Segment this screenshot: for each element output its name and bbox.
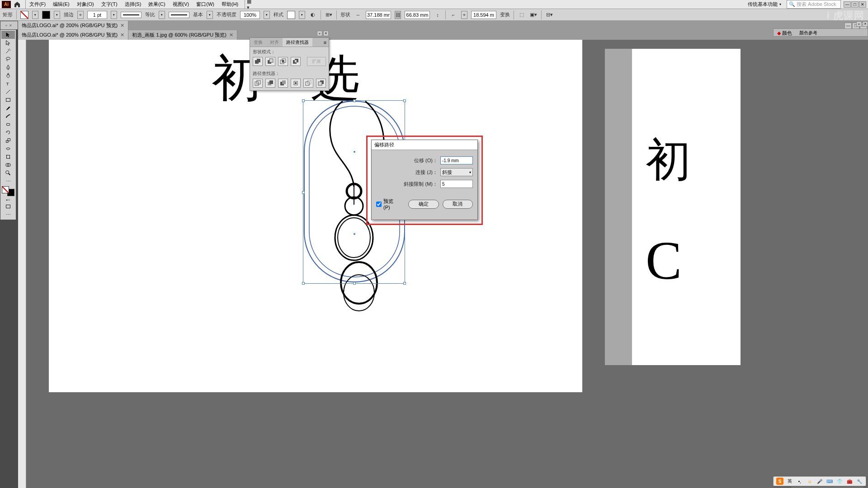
menu-edit[interactable]: 编辑(E) — [49, 0, 73, 9]
paintbrush-tool[interactable] — [1, 104, 15, 112]
fill-dropdown[interactable]: ▾ — [32, 11, 38, 19]
divide-button[interactable] — [253, 79, 263, 88]
doc-minimize-button[interactable]: — — [844, 23, 852, 29]
fill-stroke-colors[interactable] — [2, 186, 14, 196]
opacity-dropdown[interactable]: ▾ — [264, 11, 270, 19]
trim-button[interactable] — [265, 79, 275, 88]
close-icon[interactable]: ✕ — [229, 32, 233, 38]
close-icon[interactable]: ✕ — [120, 32, 124, 38]
intersect-button[interactable] — [278, 57, 288, 66]
toolbox-grip[interactable]: « ✕ — [0, 21, 18, 29]
ime-keyboard-icon[interactable]: ⌨ — [826, 478, 833, 485]
magic-wand-tool[interactable] — [1, 47, 15, 55]
miter-input[interactable] — [440, 180, 473, 188]
menu-select[interactable]: 选择(S) — [121, 0, 145, 9]
scale-tool[interactable] — [1, 136, 15, 145]
menu-file[interactable]: 文件(F) — [26, 0, 49, 9]
rotate-tool[interactable] — [1, 128, 15, 136]
tab-transform[interactable]: 变换 — [250, 38, 266, 47]
merge-button[interactable] — [278, 79, 288, 88]
menu-object[interactable]: 对象(O) — [73, 0, 98, 9]
opacity-input[interactable] — [240, 11, 260, 19]
ime-logo-icon[interactable]: S — [776, 478, 783, 485]
edit-icon[interactable]: ▣▾ — [529, 11, 538, 19]
stroke-swatch[interactable] — [42, 11, 50, 19]
ok-button[interactable]: 确定 — [408, 200, 439, 209]
stroke-profile-preview[interactable] — [121, 12, 142, 18]
align-to-icon[interactable]: ⊟▾ — [545, 11, 553, 19]
join-select[interactable]: 斜接 ▾ — [440, 168, 473, 176]
maximize-button[interactable]: □ — [851, 1, 859, 8]
rectangle-tool[interactable] — [1, 96, 15, 104]
dock-collapse-button[interactable]: « — [856, 21, 862, 27]
crop-button[interactable] — [291, 79, 301, 88]
color-guide-panel-tab[interactable]: 颜色参考 — [796, 29, 821, 36]
selection-tool[interactable] — [1, 31, 15, 39]
align-icon[interactable]: ⊞▾ — [325, 11, 333, 19]
brush-preview[interactable] — [169, 12, 189, 18]
preview-checkbox[interactable]: 预览 (P) — [376, 198, 401, 210]
panel-menu-icon[interactable]: ≡ — [321, 38, 329, 47]
ime-lang[interactable]: 英 — [786, 478, 793, 485]
height-input[interactable] — [405, 11, 430, 19]
fill-swatch[interactable] — [20, 11, 28, 19]
edit-toolbar[interactable]: ⋯ — [1, 211, 15, 219]
shape-builder-tool[interactable] — [1, 161, 15, 169]
stroke-profile-dropdown[interactable]: ▾ — [159, 11, 165, 19]
curvature-tool[interactable] — [1, 71, 15, 80]
pen-tool[interactable] — [1, 63, 15, 71]
outline-button[interactable] — [303, 79, 313, 88]
workspace-switcher[interactable]: 传统基本功能 ▾ — [745, 0, 784, 9]
fill-color[interactable] — [2, 186, 9, 193]
link-wh-icon[interactable]: ⛓ — [395, 11, 401, 19]
document-tab-2b[interactable]: 初选_画板 1.jpg @ 600% (RGB/GPU 预览) ✕ — [128, 30, 237, 40]
document-tab-2a[interactable]: 饰品店LOGO.ai* @ 200% (RGB/GPU 预览) ✕ — [18, 30, 128, 40]
direct-selection-tool[interactable] — [1, 39, 15, 47]
ime-emoji-icon[interactable]: ☺ — [806, 478, 813, 485]
ime-toolbox-icon[interactable]: 🧰 — [846, 478, 853, 485]
exclude-button[interactable] — [291, 57, 301, 66]
close-icon[interactable]: ✕ — [120, 23, 124, 28]
dock-close-button[interactable]: ✕ — [863, 21, 868, 27]
menu-help[interactable]: 帮助(H) — [218, 0, 242, 9]
style-dropdown[interactable]: ▾ — [299, 11, 305, 19]
preview-checkbox-input[interactable] — [376, 202, 382, 207]
type-tool[interactable]: T — [1, 80, 15, 88]
ime-skin-icon[interactable]: 👕 — [836, 478, 843, 485]
width-input[interactable] — [366, 11, 391, 19]
ime-settings-icon[interactable]: 🔧 — [856, 478, 863, 485]
color-panel-tab[interactable]: ◆ 颜色 — [774, 29, 796, 36]
line-tool[interactable] — [1, 88, 15, 96]
color-mode-row[interactable]: ▪▫▫ — [1, 197, 15, 202]
lasso-tool[interactable] — [1, 55, 15, 63]
brush-dropdown[interactable]: ▾ — [207, 11, 213, 19]
corner-stepper[interactable]: ≎ — [461, 11, 467, 19]
stroke-stepper[interactable]: ≎ — [77, 11, 84, 19]
menu-window[interactable]: 窗口(W) — [193, 0, 218, 9]
panel-close-button[interactable]: ✕ — [323, 31, 329, 36]
more-tools[interactable]: ⋯ — [1, 177, 15, 185]
free-transform-tool[interactable] — [1, 153, 15, 161]
stroke-width-input[interactable] — [87, 11, 107, 19]
home-icon[interactable] — [14, 1, 21, 8]
canvas[interactable]: 初 选 — [26, 40, 868, 488]
tab-align[interactable]: 对齐 — [266, 38, 283, 47]
ime-voice-icon[interactable]: 🎤 — [816, 478, 823, 485]
search-stock-input[interactable]: 🔍 搜索 Adobe Stock — [787, 0, 841, 9]
unite-button[interactable] — [253, 57, 263, 66]
style-swatch[interactable] — [287, 11, 295, 19]
minus-front-button[interactable] — [265, 57, 275, 66]
stroke-width-dropdown[interactable]: ▾ — [111, 11, 117, 19]
stroke-dropdown[interactable]: ▾ — [54, 11, 60, 19]
eraser-tool[interactable] — [1, 120, 15, 128]
close-button[interactable]: ✕ — [859, 1, 866, 8]
tab-pathfinder[interactable]: 路径查找器 — [283, 38, 312, 47]
offset-input[interactable] — [440, 156, 473, 164]
cancel-button[interactable]: 取消 — [443, 200, 473, 209]
minus-back-button[interactable] — [316, 79, 326, 88]
corner-radius-input[interactable] — [471, 11, 496, 19]
ime-toolbar[interactable]: S 英 •, ☺ 🎤 ⌨ 👕 🧰 🔧 — [773, 476, 866, 486]
menu-effect[interactable]: 效果(C) — [145, 0, 169, 9]
ime-punct-icon[interactable]: •, — [796, 478, 803, 485]
document-tab-1[interactable]: 饰品店LOGO.ai* @ 200% (RGB/GPU 预览) ✕ — [18, 21, 128, 30]
